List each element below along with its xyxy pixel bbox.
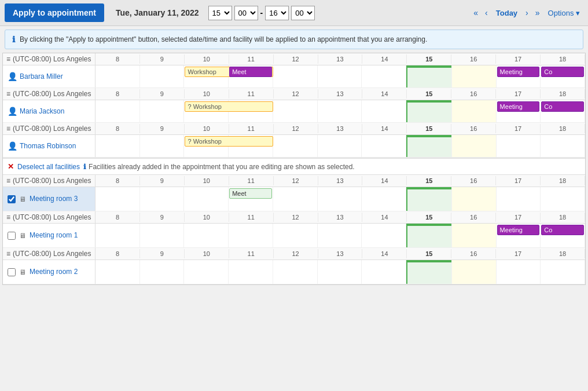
event-block[interactable]: Meet	[229, 188, 272, 199]
hour-slot[interactable]	[273, 224, 318, 247]
facility-name[interactable]: Meeting room 3	[30, 195, 78, 204]
facility-name[interactable]: Meeting room 1	[30, 231, 78, 240]
hour-slot[interactable]	[229, 260, 273, 284]
hour-cell: 12	[274, 124, 318, 133]
hour-slot[interactable]	[140, 187, 185, 211]
hour-slot[interactable]	[184, 260, 229, 284]
hour-slot[interactable]	[406, 135, 452, 157]
hour-cell: 11	[229, 54, 274, 64]
nav-last-button[interactable]: »	[533, 7, 542, 19]
hour-slot[interactable]	[140, 224, 185, 247]
start-min-select[interactable]: 00	[234, 6, 258, 20]
hour-slot[interactable]	[406, 65, 452, 87]
hour-slot[interactable]	[497, 260, 541, 284]
hour-slot[interactable]	[362, 135, 406, 157]
hour-slot[interactable]	[406, 224, 452, 247]
hour-slot[interactable]	[406, 187, 452, 211]
deselect-all-link[interactable]: Deselect all facilities	[17, 163, 80, 171]
hour-slot[interactable]	[140, 260, 185, 284]
event-block[interactable]: Meeting	[497, 67, 540, 77]
hour-slot[interactable]	[497, 187, 541, 211]
hour-slot[interactable]	[273, 260, 318, 284]
hour-slot[interactable]	[95, 260, 140, 284]
apply-to-appointment-button[interactable]: Apply to appointment	[5, 3, 104, 22]
hour-slot[interactable]	[452, 187, 497, 211]
nav-first-button[interactable]: «	[471, 7, 480, 19]
hour-slot[interactable]	[140, 100, 185, 122]
hour-slot[interactable]	[273, 187, 318, 211]
current-time-bar	[407, 260, 451, 262]
hour-slot[interactable]: Co	[541, 100, 585, 122]
hour-slot[interactable]	[318, 65, 362, 87]
hour-slot[interactable]	[452, 65, 497, 87]
hour-slot[interactable]	[541, 260, 585, 284]
event-block[interactable]: Meeting	[497, 225, 540, 235]
hour-slot[interactable]	[362, 260, 406, 284]
hour-slot[interactable]: Workshop	[184, 65, 229, 87]
hour-slot[interactable]	[184, 224, 229, 247]
hour-slot[interactable]	[95, 224, 140, 247]
hour-slot[interactable]: Co	[541, 224, 585, 247]
hour-slot[interactable]	[140, 65, 185, 87]
nav-today-button[interactable]: Today	[493, 8, 521, 19]
hour-slot[interactable]: Meeting	[497, 224, 541, 247]
hour-slot[interactable]: Meeting	[497, 65, 541, 87]
hour-slot[interactable]	[184, 187, 229, 211]
deselect-x-icon[interactable]: ✕	[8, 162, 14, 171]
facility-checkbox[interactable]	[8, 195, 16, 203]
event-block[interactable]: Co	[541, 67, 584, 77]
hour-slot[interactable]	[95, 135, 140, 157]
start-hour-select[interactable]: 15	[208, 6, 232, 20]
options-button[interactable]: Options ▾	[545, 8, 583, 19]
hour-slot[interactable]	[95, 65, 140, 87]
facility-name[interactable]: Meeting room 2	[30, 268, 78, 277]
hour-slot[interactable]	[318, 260, 362, 284]
hour-slot[interactable]	[273, 65, 318, 87]
facility-checkbox[interactable]	[8, 268, 16, 276]
hour-slot[interactable]	[273, 135, 318, 157]
hour-slot[interactable]	[140, 135, 185, 157]
hour-slot[interactable]	[452, 100, 497, 122]
hour-slot[interactable]	[95, 100, 140, 122]
hour-slot[interactable]	[452, 135, 497, 157]
nav-next-button[interactable]: ›	[523, 7, 531, 19]
hour-slot[interactable]	[406, 260, 452, 284]
person-name[interactable]: Thomas Robinson	[20, 142, 76, 150]
event-block[interactable]: Meeting	[497, 101, 540, 112]
event-block[interactable]: Co	[541, 101, 584, 112]
hour-cell: 18	[541, 124, 585, 133]
hour-slot[interactable]	[95, 187, 140, 211]
end-hour-select[interactable]: 16	[265, 6, 289, 20]
hour-slot[interactable]	[497, 135, 541, 157]
nav-prev-button[interactable]: ‹	[483, 7, 490, 19]
hour-slot[interactable]: Meeting	[497, 100, 541, 122]
facility-checkbox[interactable]	[8, 232, 16, 240]
hour-slot[interactable]	[318, 224, 362, 247]
person-name[interactable]: Maria Jackson	[20, 107, 64, 115]
hour-slot[interactable]	[541, 135, 585, 157]
hour-slot[interactable]	[406, 100, 452, 122]
hour-slot[interactable]	[362, 65, 406, 87]
event-block[interactable]: ? Workshop	[185, 136, 273, 147]
hour-slot[interactable]	[273, 100, 318, 122]
hour-slot[interactable]: ? Workshop	[184, 135, 229, 157]
hour-slot[interactable]	[229, 224, 273, 247]
hour-slot[interactable]: Meet	[229, 187, 273, 211]
hour-slot[interactable]: Meet	[229, 65, 273, 87]
event-block[interactable]: Co	[541, 225, 584, 235]
hour-slot[interactable]	[452, 260, 497, 284]
event-block[interactable]: ? Workshop	[185, 101, 273, 112]
hour-slot[interactable]	[541, 187, 585, 211]
hour-slot[interactable]	[452, 224, 497, 247]
hour-slot[interactable]	[318, 135, 362, 157]
hour-slot[interactable]: Co	[541, 65, 585, 87]
hour-slot[interactable]	[362, 100, 406, 122]
hour-slot[interactable]: ? Workshop	[184, 100, 229, 122]
event-block[interactable]: Meet	[229, 67, 272, 77]
hour-slot[interactable]	[362, 187, 406, 211]
hour-slot[interactable]	[362, 224, 406, 247]
hour-slot[interactable]	[318, 187, 362, 211]
end-min-select[interactable]: 00	[291, 6, 315, 20]
hour-slot[interactable]	[318, 100, 362, 122]
person-name[interactable]: Barbara Miller	[20, 72, 63, 81]
